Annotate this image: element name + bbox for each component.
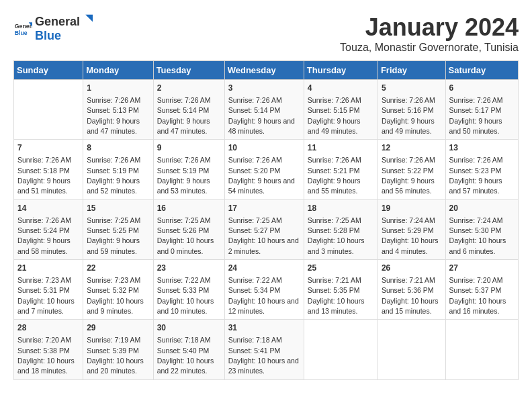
daylight-info: Daylight: 9 hours and 49 minutes. xyxy=(308,117,361,135)
sunrise-info: Sunrise: 7:25 AM xyxy=(87,216,140,224)
sunrise-info: Sunrise: 7:26 AM xyxy=(17,156,71,164)
sunset-info: Sunset: 5:29 PM xyxy=(382,226,434,234)
calendar-cell xyxy=(445,320,518,379)
calendar-cell: 12Sunrise: 7:26 AMSunset: 5:22 PMDayligh… xyxy=(378,140,445,199)
sunrise-info: Sunrise: 7:26 AM xyxy=(87,156,140,164)
day-number: 21 xyxy=(17,263,79,274)
sunset-info: Sunset: 5:19 PM xyxy=(87,167,139,175)
sunrise-info: Sunrise: 7:26 AM xyxy=(157,156,211,164)
daylight-info: Daylight: 10 hours and 16 minutes. xyxy=(449,297,506,315)
calendar-cell: 22Sunrise: 7:23 AMSunset: 5:32 PMDayligh… xyxy=(83,260,153,320)
page-title: January 2024 xyxy=(340,13,519,42)
daylight-info: Daylight: 9 hours and 47 minutes. xyxy=(87,117,140,135)
daylight-info: Daylight: 10 hours and 0 minutes. xyxy=(157,236,214,255)
calendar-week-row: 14Sunrise: 7:26 AMSunset: 5:24 PMDayligh… xyxy=(14,199,519,259)
day-number: 19 xyxy=(382,203,442,214)
sunset-info: Sunset: 5:18 PM xyxy=(17,167,70,175)
daylight-info: Daylight: 10 hours and 7 minutes. xyxy=(17,297,75,315)
day-number: 18 xyxy=(308,203,374,214)
sunset-info: Sunset: 5:41 PM xyxy=(228,347,281,355)
day-number: 16 xyxy=(157,203,221,214)
calendar-cell: 1Sunrise: 7:26 AMSunset: 5:13 PMDaylight… xyxy=(83,80,153,140)
calendar-cell: 2Sunrise: 7:26 AMSunset: 5:14 PMDaylight… xyxy=(153,80,224,140)
calendar-cell: 24Sunrise: 7:22 AMSunset: 5:34 PMDayligh… xyxy=(224,260,304,320)
sunset-info: Sunset: 5:38 PM xyxy=(17,347,70,355)
calendar-cell: 19Sunrise: 7:24 AMSunset: 5:29 PMDayligh… xyxy=(378,199,445,259)
calendar-header-sunday: Sunday xyxy=(14,61,83,80)
calendar-cell: 27Sunrise: 7:20 AMSunset: 5:37 PMDayligh… xyxy=(445,260,518,320)
sunrise-info: Sunrise: 7:26 AM xyxy=(228,156,282,164)
logo-triangle xyxy=(81,13,93,26)
calendar-cell: 8Sunrise: 7:26 AMSunset: 5:19 PMDaylight… xyxy=(83,140,153,199)
sunrise-info: Sunrise: 7:26 AM xyxy=(382,156,435,164)
calendar-cell: 25Sunrise: 7:21 AMSunset: 5:35 PMDayligh… xyxy=(304,260,378,320)
daylight-info: Daylight: 10 hours and 6 minutes. xyxy=(449,236,506,255)
sunrise-info: Sunrise: 7:21 AM xyxy=(308,276,361,284)
sunrise-info: Sunrise: 7:24 AM xyxy=(382,216,435,224)
day-number: 30 xyxy=(157,322,221,334)
day-number: 31 xyxy=(228,322,300,334)
calendar-cell: 26Sunrise: 7:21 AMSunset: 5:36 PMDayligh… xyxy=(378,260,445,320)
daylight-info: Daylight: 10 hours and 20 minutes. xyxy=(87,357,144,375)
sunrise-info: Sunrise: 7:25 AM xyxy=(157,216,211,224)
daylight-info: Daylight: 9 hours and 48 minutes. xyxy=(228,117,295,135)
calendar-cell: 30Sunrise: 7:18 AMSunset: 5:40 PMDayligh… xyxy=(153,320,224,379)
day-number: 23 xyxy=(157,263,221,274)
calendar-header-tuesday: Tuesday xyxy=(153,61,224,80)
daylight-info: Daylight: 10 hours and 23 minutes. xyxy=(228,357,299,375)
day-number: 25 xyxy=(308,263,374,274)
daylight-info: Daylight: 9 hours and 54 minutes. xyxy=(228,177,295,195)
sunrise-info: Sunrise: 7:26 AM xyxy=(308,156,361,164)
day-number: 6 xyxy=(449,83,515,94)
sunset-info: Sunset: 5:15 PM xyxy=(308,106,360,114)
daylight-info: Daylight: 10 hours and 18 minutes. xyxy=(17,357,75,375)
calendar-week-row: 21Sunrise: 7:23 AMSunset: 5:31 PMDayligh… xyxy=(14,260,519,320)
day-number: 13 xyxy=(449,142,515,154)
calendar-cell: 4Sunrise: 7:26 AMSunset: 5:15 PMDaylight… xyxy=(304,80,378,140)
sunset-info: Sunset: 5:21 PM xyxy=(308,167,360,175)
sunset-info: Sunset: 5:16 PM xyxy=(382,106,434,114)
day-number: 2 xyxy=(157,83,221,94)
day-number: 4 xyxy=(308,83,374,94)
day-number: 14 xyxy=(17,203,79,214)
sunset-info: Sunset: 5:28 PM xyxy=(308,226,360,234)
sunset-info: Sunset: 5:26 PM xyxy=(157,226,210,234)
calendar-body: 1Sunrise: 7:26 AMSunset: 5:13 PMDaylight… xyxy=(14,80,519,380)
sunset-info: Sunset: 5:20 PM xyxy=(228,167,281,175)
day-number: 24 xyxy=(228,263,300,274)
sunset-info: Sunset: 5:39 PM xyxy=(87,347,139,355)
calendar-week-row: 1Sunrise: 7:26 AMSunset: 5:13 PMDaylight… xyxy=(14,80,519,140)
calendar-cell: 10Sunrise: 7:26 AMSunset: 5:20 PMDayligh… xyxy=(224,140,304,199)
daylight-info: Daylight: 10 hours and 22 minutes. xyxy=(157,357,214,375)
page-subtitle: Touza, Monastir Governorate, Tunisia xyxy=(340,42,519,54)
calendar-week-row: 28Sunrise: 7:20 AMSunset: 5:38 PMDayligh… xyxy=(14,320,519,379)
daylight-info: Daylight: 9 hours and 53 minutes. xyxy=(157,177,210,195)
calendar-header-thursday: Thursday xyxy=(304,61,378,80)
calendar-cell: 17Sunrise: 7:25 AMSunset: 5:27 PMDayligh… xyxy=(224,199,304,259)
calendar-header-wednesday: Wednesday xyxy=(224,61,304,80)
daylight-info: Daylight: 10 hours and 2 minutes. xyxy=(228,236,299,255)
sunrise-info: Sunrise: 7:23 AM xyxy=(17,276,71,284)
sunrise-info: Sunrise: 7:26 AM xyxy=(17,216,71,224)
day-number: 9 xyxy=(157,142,221,154)
daylight-info: Daylight: 10 hours and 13 minutes. xyxy=(308,297,365,315)
sunrise-info: Sunrise: 7:26 AM xyxy=(449,156,503,164)
calendar-header-row: SundayMondayTuesdayWednesdayThursdayFrid… xyxy=(14,61,519,80)
sunset-info: Sunset: 5:32 PM xyxy=(87,286,139,294)
sunset-info: Sunset: 5:19 PM xyxy=(157,167,210,175)
day-number: 8 xyxy=(87,142,149,154)
logo-blue: Blue xyxy=(35,29,61,42)
svg-text:General: General xyxy=(15,23,32,30)
sunrise-info: Sunrise: 7:26 AM xyxy=(382,96,435,104)
sunset-info: Sunset: 5:35 PM xyxy=(308,286,360,294)
sunrise-info: Sunrise: 7:20 AM xyxy=(449,276,503,284)
sunset-info: Sunset: 5:31 PM xyxy=(17,286,70,294)
calendar-cell: 31Sunrise: 7:18 AMSunset: 5:41 PMDayligh… xyxy=(224,320,304,379)
sunrise-info: Sunrise: 7:18 AM xyxy=(157,336,211,344)
daylight-info: Daylight: 9 hours and 51 minutes. xyxy=(17,177,71,195)
sunrise-info: Sunrise: 7:26 AM xyxy=(308,96,361,104)
sunset-info: Sunset: 5:23 PM xyxy=(449,167,502,175)
sunset-info: Sunset: 5:22 PM xyxy=(382,167,434,175)
sunrise-info: Sunrise: 7:25 AM xyxy=(228,216,282,224)
calendar-cell: 3Sunrise: 7:26 AMSunset: 5:14 PMDaylight… xyxy=(224,80,304,140)
